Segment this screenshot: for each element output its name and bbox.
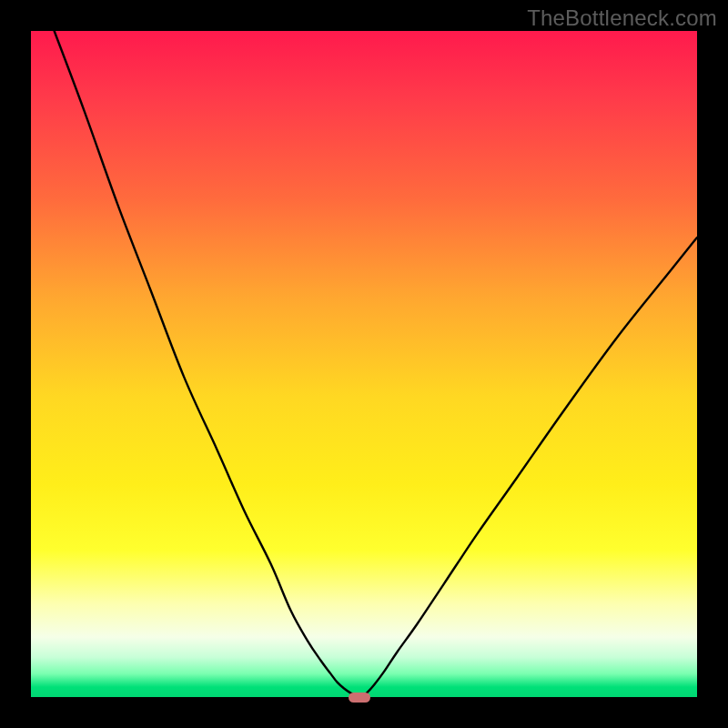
curve-svg xyxy=(31,31,697,697)
watermark-text: TheBottleneck.com xyxy=(527,5,717,31)
curve-right xyxy=(363,238,697,696)
optimum-marker xyxy=(349,693,369,703)
curve-left xyxy=(55,31,357,696)
chart-frame: TheBottleneck.com xyxy=(0,0,728,728)
plot-area xyxy=(31,31,697,697)
